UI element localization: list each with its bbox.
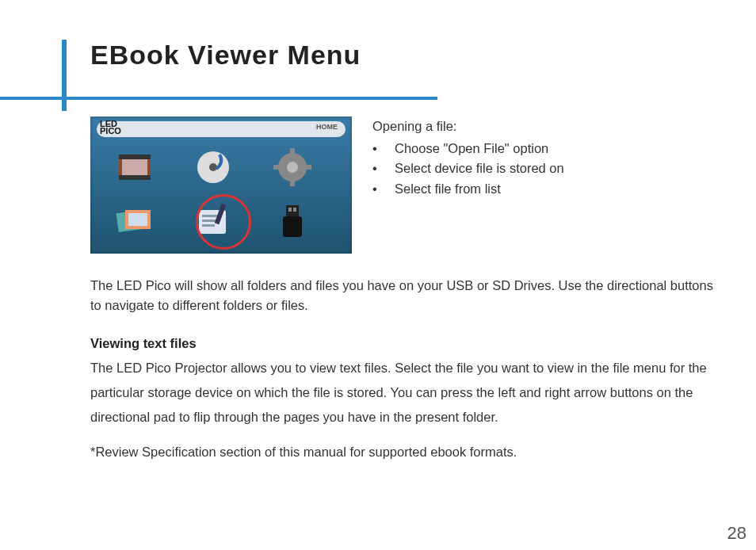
opening-file-instructions: Opening a file: •Choose "Open File" opti… — [372, 116, 564, 199]
svg-rect-23 — [293, 208, 296, 212]
svg-rect-10 — [273, 165, 280, 170]
device-screenshot: LEDPICO HOME — [90, 116, 352, 254]
accent-horizontal-rule — [0, 97, 437, 100]
music-disc-icon — [193, 147, 234, 188]
section-heading: Viewing text files — [90, 336, 724, 351]
svg-rect-20 — [286, 205, 299, 216]
svg-rect-18 — [202, 224, 215, 227]
svg-rect-22 — [288, 208, 292, 212]
svg-rect-2 — [119, 155, 151, 159]
footnote: *Review Specification section of this ma… — [90, 445, 724, 460]
accent-vertical-rule — [62, 40, 67, 111]
svg-rect-21 — [283, 216, 302, 237]
section-body: The LED Pico Projector allows you to vie… — [90, 356, 724, 430]
svg-rect-3 — [119, 175, 151, 180]
page-number: 28 — [727, 523, 746, 544]
device-logo: LEDPICO — [100, 120, 121, 135]
bullet-item: Choose "Open File" option — [395, 139, 548, 159]
usb-connector-icon — [272, 201, 313, 242]
svg-rect-8 — [290, 148, 295, 155]
svg-point-7 — [287, 162, 298, 173]
svg-rect-11 — [305, 165, 311, 170]
ebook-note-icon — [193, 201, 234, 242]
pictures-icon — [114, 201, 155, 242]
svg-rect-14 — [128, 213, 147, 226]
svg-rect-1 — [122, 158, 147, 175]
opening-lead: Opening a file: — [372, 116, 564, 137]
page-title: EBook Viewer Menu — [90, 40, 756, 71]
intro-paragraph: The LED Pico will show all folders and f… — [90, 276, 724, 315]
gear-icon — [272, 147, 313, 188]
film-icon — [114, 147, 155, 188]
bullet-item: Select device file is stored on — [395, 159, 564, 179]
home-label: HOME — [316, 123, 338, 131]
svg-rect-9 — [290, 180, 295, 186]
content-area: LEDPICO HOME — [90, 85, 724, 460]
bullet-item: Select file from list — [395, 179, 501, 200]
